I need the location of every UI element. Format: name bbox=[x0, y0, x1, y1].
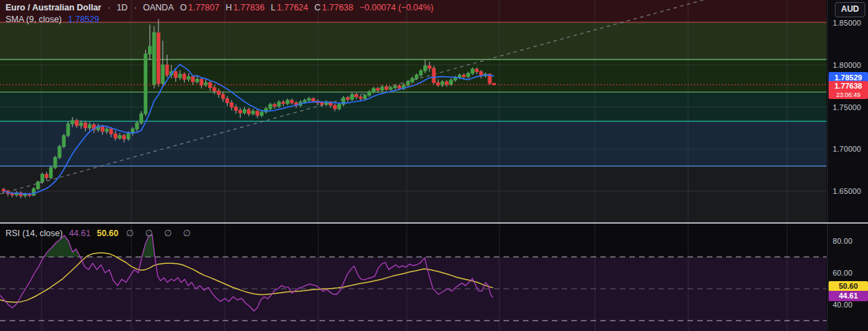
ohlc-high: H1.77836 bbox=[225, 3, 264, 12]
bar-countdown: 23:06:49 bbox=[829, 90, 868, 100]
separator-dot: · bbox=[134, 3, 137, 12]
rsi-legend[interactable]: RSI (14, close) 44.61 50.60 ∅ ∅ ∅ ∅ bbox=[6, 228, 195, 238]
pane-separator[interactable] bbox=[0, 222, 868, 224]
price-tick-label: 1.80000 bbox=[833, 61, 861, 69]
price-pane[interactable]: Euro / Australian Dollar · 1D · OANDA O1… bbox=[0, 0, 827, 223]
currency-button[interactable]: AUD bbox=[835, 2, 865, 17]
symbol-title: Euro / Australian Dollar bbox=[6, 3, 101, 12]
rsi-ma-value: 50.60 bbox=[97, 229, 118, 238]
sma-label: SMA (9, close) bbox=[6, 15, 62, 24]
interval-label[interactable]: 1D bbox=[117, 3, 128, 12]
rsi-tick-label: 80.00 bbox=[833, 237, 853, 245]
rsi-label: RSI (14, close) bbox=[6, 229, 63, 238]
exchange-label: OANDA bbox=[143, 3, 174, 12]
rsi-chart[interactable] bbox=[0, 225, 827, 331]
sma-legend[interactable]: SMA (9, close) 1.78529 bbox=[6, 15, 99, 24]
rsi-value: 44.61 bbox=[69, 229, 91, 238]
price-tick-label: 1.85000 bbox=[833, 19, 861, 27]
rsi-pane[interactable]: RSI (14, close) 44.61 50.60 ∅ ∅ ∅ ∅ bbox=[0, 225, 827, 331]
sma-value: 1.78529 bbox=[68, 15, 99, 24]
price-tick-label: 1.65000 bbox=[833, 187, 861, 195]
rsi-ma-badge: 50.60 bbox=[829, 281, 868, 292]
trading-chart-app: Euro / Australian Dollar · 1D · OANDA O1… bbox=[0, 0, 868, 331]
rsi-value-badge: 44.61 bbox=[829, 291, 868, 301]
rsi-tick-label: 40.00 bbox=[833, 301, 853, 309]
price-tick-label: 1.75000 bbox=[833, 103, 861, 111]
ohlc-open: O1.77807 bbox=[180, 3, 219, 12]
symbol-legend[interactable]: Euro / Australian Dollar · 1D · OANDA O1… bbox=[6, 3, 434, 12]
ohlc-close: C1.77638 bbox=[315, 3, 353, 12]
ohlc-low: L1.77624 bbox=[270, 3, 308, 12]
price-axis[interactable]: AUD 1.78529 1.77638 23:06:49 50.60 44.61… bbox=[827, 0, 868, 331]
rsi-tick-label: 60.00 bbox=[833, 269, 853, 277]
separator-dot: · bbox=[107, 3, 110, 12]
price-change: −0.00074 (−0.04%) bbox=[360, 3, 434, 12]
last-price-badge: 1.77638 23:06:49 bbox=[829, 81, 868, 99]
price-tick-label: 1.70000 bbox=[833, 145, 861, 153]
rsi-empty-values: ∅ ∅ ∅ ∅ bbox=[126, 228, 195, 238]
price-chart[interactable] bbox=[0, 0, 827, 223]
